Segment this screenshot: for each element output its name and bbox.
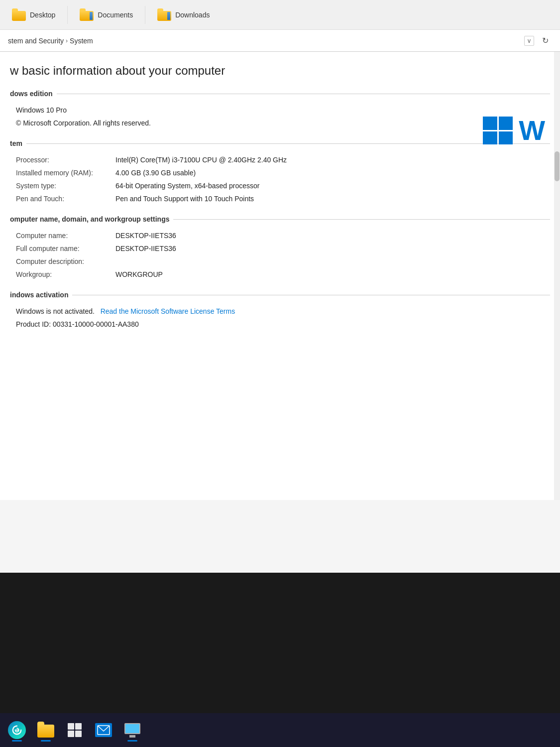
section-header-system: tem: [10, 139, 550, 147]
row-processor: Processor: Intel(R) Core(TM) i3-7100U CP…: [10, 153, 550, 166]
section-header-computer: omputer name, domain, and workgroup sett…: [10, 215, 550, 223]
breadcrumb-parent: stem and Security: [8, 37, 64, 45]
row-edition: Windows 10 Pro: [10, 104, 550, 117]
section-header-activation: indows activation: [10, 291, 550, 299]
quick-access-desktop-label: Desktop: [30, 11, 55, 19]
mail-icon: [95, 723, 112, 737]
section-header-edition: dows edition: [10, 90, 550, 98]
fe-active-indicator: [41, 740, 51, 742]
quick-access-documents[interactable]: Documents: [68, 6, 145, 24]
row-full-computer-name: Full computer name: DESKTOP-IIETS36: [10, 242, 550, 255]
section-activation: indows activation Windows is not activat…: [10, 291, 550, 331]
main-content: W w basic information about your compute…: [0, 52, 560, 500]
fe-folder-shape: [37, 725, 54, 738]
breadcrumb-separator: ›: [66, 37, 68, 44]
page-title: w basic information about your computer: [10, 64, 550, 78]
not-activated-text: Windows is not activated.: [16, 307, 95, 315]
activation-link[interactable]: Read the Microsoft Software License Term…: [101, 307, 235, 315]
taskbar-file-explorer[interactable]: [33, 717, 59, 743]
row-ram: Installed memory (RAM): 4.00 GB (3.90 GB…: [10, 166, 550, 179]
monitor-shape: [124, 723, 140, 734]
activation-status-text: Windows is not activated. Read the Micro…: [16, 307, 544, 315]
logo-tile-bl: [483, 131, 497, 145]
edge-icon: [8, 721, 26, 739]
breadcrumb[interactable]: stem and Security › System: [8, 37, 93, 45]
dropdown-button[interactable]: v: [524, 36, 534, 46]
folder-icon-desktop: [12, 9, 26, 21]
row-copyright: © Microsoft Corporation. All rights rese…: [10, 117, 550, 129]
address-controls: v ↻: [524, 34, 552, 48]
logo-tile-br: [499, 131, 513, 145]
computer-description-label: Computer description:: [16, 257, 115, 265]
breadcrumb-current: System: [70, 37, 93, 45]
full-computer-name-label: Full computer name:: [16, 245, 115, 252]
workgroup-label: Workgroup:: [16, 270, 115, 278]
start-cell-tl: [68, 723, 74, 730]
start-cell-bl: [68, 731, 74, 737]
start-icon: [68, 723, 82, 737]
scrollbar-thumb[interactable]: [555, 151, 560, 181]
processor-value: Intel(R) Core(TM) i3-7100U CPU @ 2.40GHz…: [115, 156, 544, 164]
refresh-button[interactable]: ↻: [538, 34, 552, 48]
row-computer-description: Computer description:: [10, 255, 550, 268]
start-cell-br: [75, 731, 82, 737]
row-system-type: System type: 64-bit Operating System, x6…: [10, 179, 550, 192]
ram-label: Installed memory (RAM):: [16, 169, 115, 177]
quick-access-downloads-label: Downloads: [175, 11, 210, 19]
row-pen-touch: Pen and Touch: Pen and Touch Support wit…: [10, 192, 550, 205]
section-windows-edition: dows edition Windows 10 Pro © Microsoft …: [10, 90, 550, 129]
taskbar-computer[interactable]: [119, 717, 145, 743]
pen-touch-label: Pen and Touch:: [16, 195, 115, 203]
quick-access-documents-label: Documents: [98, 11, 133, 19]
quick-access-bar: Desktop Documents Downloads: [0, 0, 560, 30]
full-computer-name-value: DESKTOP-IIETS36: [115, 245, 544, 252]
quick-access-desktop[interactable]: Desktop: [0, 6, 68, 24]
computer-active-indicator: [127, 740, 137, 742]
scrollbar[interactable]: [554, 52, 560, 500]
workgroup-value: WORKGROUP: [115, 270, 544, 278]
row-workgroup: Workgroup: WORKGROUP: [10, 268, 550, 281]
file-explorer-icon: [37, 723, 54, 738]
start-cell-tr: [75, 723, 82, 730]
row-activation-status: Windows is not activated. Read the Micro…: [10, 305, 550, 318]
computer-icon: [124, 723, 140, 738]
edition-value: Windows 10 Pro: [16, 106, 544, 114]
system-type-label: System type:: [16, 182, 115, 190]
folder-icon-downloads: [157, 9, 171, 21]
monitor-stand-shape: [129, 735, 135, 738]
address-bar: stem and Security › System v ↻: [0, 30, 560, 52]
taskbar-start[interactable]: [62, 717, 88, 743]
section-computer-name: omputer name, domain, and workgroup sett…: [10, 215, 550, 281]
row-product-id: Product ID: 00331-10000-00001-AA380: [10, 318, 550, 331]
edge-active-indicator: [12, 740, 22, 742]
computer-name-label: Computer name:: [16, 232, 115, 240]
processor-label: Processor:: [16, 156, 115, 164]
taskbar-edge[interactable]: [4, 717, 30, 743]
taskbar: [0, 713, 560, 747]
product-id-value: Product ID: 00331-10000-00001-AA380: [16, 320, 544, 328]
folder-icon-documents: [80, 9, 94, 21]
pen-touch-value: Pen and Touch Support with 10 Touch Poin…: [115, 195, 544, 203]
row-computer-name: Computer name: DESKTOP-IIETS36: [10, 229, 550, 242]
system-type-value: 64-bit Operating System, x64-based proce…: [115, 182, 544, 190]
taskbar-mail[interactable]: [91, 717, 116, 743]
copyright-value: © Microsoft Corporation. All rights rese…: [16, 119, 544, 127]
computer-name-value: DESKTOP-IIETS36: [115, 232, 544, 240]
section-system: tem Processor: Intel(R) Core(TM) i3-7100…: [10, 139, 550, 205]
ram-value: 4.00 GB (3.90 GB usable): [115, 169, 544, 177]
quick-access-downloads[interactable]: Downloads: [145, 6, 222, 24]
